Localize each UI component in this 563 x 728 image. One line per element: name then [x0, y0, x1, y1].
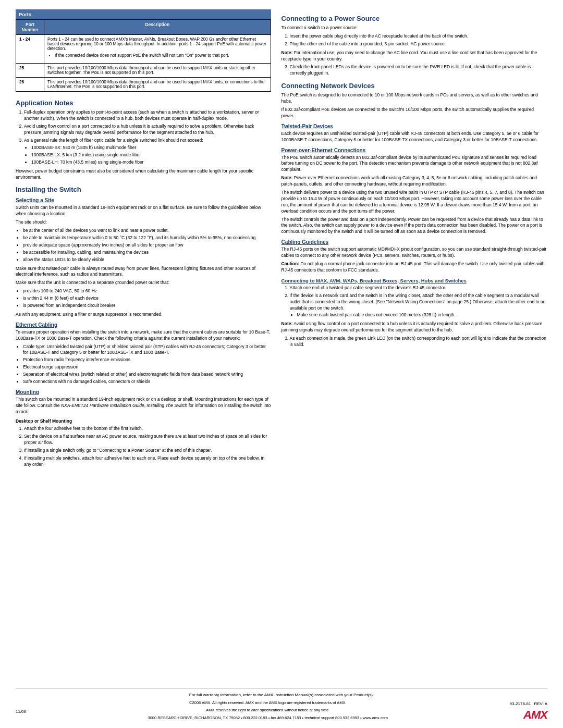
list-item: If the device is a network card and the …: [290, 293, 547, 319]
footer-address: 3000 RESEARCH DRIVE, RICHARDSON, TX 7508…: [26, 715, 510, 721]
connecting-max-steps: Attach one end of a twisted-pair cable s…: [290, 285, 547, 318]
list-item: be accessible for installing, cabling, a…: [23, 250, 271, 256]
app-notes-list: Full-duplex operation only applies to po…: [24, 109, 271, 165]
list-item: provides 100 to 240 VAC, 50 to 60 Hz: [23, 288, 271, 294]
connecting-network-para2: If 802.3af-compliant PoE devices are con…: [282, 107, 547, 119]
app-notes-heading: Application Notes: [16, 99, 271, 107]
poe-section: Power-over-Ethernet Connections The PoE …: [282, 147, 547, 236]
poe-para3: The switch controls the power and data o…: [282, 217, 547, 236]
list-item: Make sure each twisted pair cable does n…: [297, 312, 547, 318]
footer-rights: AMX reserves the right to alter specific…: [26, 708, 510, 713]
list-item: Check the front-panel LEDs as the device…: [290, 64, 547, 77]
desktop-list: Attach the four adhesive feet to the bot…: [24, 426, 271, 467]
list-item: Protection from radio frequency interfer…: [23, 357, 271, 363]
ethernet-cabling-para: To ensure proper operation when installi…: [16, 329, 271, 342]
installing-section: Installing the Switch Selecting a Site S…: [16, 186, 271, 467]
list-item: 1000BASE-SX: 550 m (1805 ft) using multi…: [31, 145, 271, 151]
poe-para2: The switch delivers power to a device us…: [282, 190, 547, 215]
list-item: is powered from an independent circuit b…: [23, 303, 271, 309]
selecting-site-para4: Make sure that the unit is connected to …: [16, 280, 271, 286]
footer-bottom: 11/06 ©2006 AMX. All rights reserved. AM…: [16, 700, 547, 723]
cabling-section: Cabling Guidelines The RJ-45 ports on th…: [282, 239, 547, 274]
app-notes-section: Application Notes Full-duplex operation …: [16, 99, 271, 180]
footer-warranty: For full warranty information, refer to …: [16, 692, 547, 698]
description-header: Description: [44, 20, 271, 35]
left-column: Ports Port Number Description 1 - 24 Por…: [16, 9, 271, 680]
list-item: Attach the four adhesive feet to the bot…: [24, 426, 271, 432]
page: Ports Port Number Description 1 - 24 Por…: [0, 0, 563, 728]
connecting-network-para1: The PoE switch is designed to be connect…: [282, 92, 547, 105]
cabling-subheading: Cabling Guidelines: [282, 239, 547, 245]
table-row: 26 This port provides 10/100/1000 Mbps d…: [16, 78, 271, 92]
list-item: As each connection is made, the green Li…: [290, 336, 547, 348]
list-item: 100BASE-LH: 70 km (43.5 miles) using sin…: [31, 159, 271, 166]
power-bullets: provides 100 to 240 VAC, 50 to 60 Hz is …: [23, 288, 271, 309]
port-number-header: Port Number: [16, 20, 44, 35]
ethernet-bullets: Cable type: Unshielded twisted pair (UTP…: [23, 344, 271, 385]
selecting-site-para5: As with any equipment, using a filter or…: [16, 312, 271, 318]
footer-center: ©2006 AMX. All rights reserved. AMX and …: [26, 700, 510, 723]
cabling-caution: Caution: Do not plug a normal phone jack…: [282, 261, 547, 274]
desc-cell: This port provides 10/100/1000 Mbps data…: [44, 64, 271, 78]
list-item: Separation of electrical wires (switch r…: [23, 372, 271, 378]
list-item: If installing multiple switches, attach …: [24, 455, 271, 468]
rev-info: 11/06: [16, 709, 26, 714]
list-item: Full-duplex operation only applies to po…: [24, 109, 271, 122]
connecting-network-section: Connecting Network Devices The PoE switc…: [282, 82, 547, 348]
port-cell: 1 - 24: [16, 35, 44, 64]
list-item: Attach one end of a twisted-pair cable s…: [290, 285, 547, 291]
list-item: If installing a single switch only, go t…: [24, 448, 271, 454]
list-item: Set the device on a flat surface near an…: [24, 434, 271, 446]
ethernet-cabling-section: Ethernet Cabling To ensure proper operat…: [16, 322, 271, 385]
selecting-site-subheading: Selecting a Site: [16, 198, 271, 203]
connecting-power-steps-cont: Check the front-panel LEDs as the device…: [290, 64, 547, 77]
table-row: 25 This port provides 10/100/1000 Mbps d…: [16, 64, 271, 78]
main-content: Ports Port Number Description 1 - 24 Por…: [16, 9, 547, 680]
fiber-bullets: 1000BASE-SX: 550 m (1805 ft) using multi…: [31, 145, 271, 166]
connecting-max-subheading: Connecting to MAX, AVM, WAPs, Breakout B…: [282, 278, 547, 283]
ports-table: Port Number Description 1 - 24 Ports 1 -…: [16, 19, 271, 92]
power-note1: Note: For international use, you may nee…: [282, 50, 547, 63]
poe-para1: The PoE switch automatically detects an …: [282, 155, 547, 174]
selecting-site-para3: Make sure that twisted-pair cable is alw…: [16, 266, 271, 278]
footer: For full warranty information, refer to …: [16, 688, 547, 723]
installing-heading: Installing the Switch: [16, 186, 271, 193]
list-item: Electrical surge suppression: [23, 364, 271, 371]
connecting-max-section: Connecting to MAX, AVM, WAPs, Breakout B…: [282, 278, 547, 348]
poe-subheading: Power-over-Ethernet Connections: [282, 147, 547, 153]
ethernet-cabling-subheading: Ethernet Cabling: [16, 322, 271, 328]
twisted-pair-subheading: Twisted-Pair Devices: [282, 124, 547, 129]
list-item: Cable type: Unshielded twisted pair (UTP…: [23, 344, 271, 356]
connecting-max-steps-cont: As each connection is made, the green Li…: [290, 336, 547, 348]
port-bullet: If the connected device does not support…: [55, 53, 267, 58]
connecting-power-heading: Connecting to a Power Source: [282, 15, 547, 22]
mounting-section: Mounting This switch can be mounted in a…: [16, 389, 271, 468]
selecting-site-para1: Switch units can be mounted in a standar…: [16, 205, 271, 217]
port-cell: 25: [16, 64, 44, 78]
connecting-power-intro: To connect a switch to a power source:: [282, 25, 547, 31]
twisted-pair-para: Each device requires an unshielded twist…: [282, 131, 547, 143]
table-row: 1 - 24 Ports 1 - 24 can be used to conne…: [16, 35, 271, 64]
list-item: be able to maintain its temperature with…: [23, 235, 271, 241]
selecting-site-section: Selecting a Site Switch units can be mou…: [16, 198, 271, 317]
list-item: provide adequate space (approximately tw…: [23, 242, 271, 249]
connecting-max-note: Note: Avoid using flow control on a port…: [282, 321, 547, 334]
connecting-power-section: Connecting to a Power Source To connect …: [282, 15, 547, 77]
mounting-para: This switch can be mounted in a standard…: [16, 397, 271, 415]
list-item: Plug the other end of the cable into a g…: [290, 41, 547, 47]
desc-cell: Ports 1 - 24 can be used to connect AMX'…: [44, 35, 271, 64]
port-cell: 26: [16, 78, 44, 92]
poe-note: Note: Power-over-Ethernet connections wo…: [282, 175, 547, 188]
list-item: Safe connections with no damaged cables,…: [23, 379, 271, 385]
connecting-power-steps: Insert the power cable plug directly int…: [290, 33, 547, 47]
list-item: As a general rule the length of fiber op…: [24, 138, 271, 166]
app-notes-para: However, power budget constraints must a…: [16, 168, 271, 181]
rev-label: REV: A: [534, 701, 548, 706]
max-sub-bullets: Make sure each twisted pair cable does n…: [297, 312, 547, 318]
selecting-site-para2: The site should:: [16, 219, 271, 226]
connecting-network-heading: Connecting Network Devices: [282, 82, 547, 90]
right-column: Connecting to a Power Source To connect …: [282, 9, 547, 680]
list-item: be at the center of all the devices you …: [23, 228, 271, 234]
cabling-para1: The RJ-45 ports on the switch support au…: [282, 246, 547, 259]
site-bullets: be at the center of all the devices you …: [23, 228, 271, 263]
